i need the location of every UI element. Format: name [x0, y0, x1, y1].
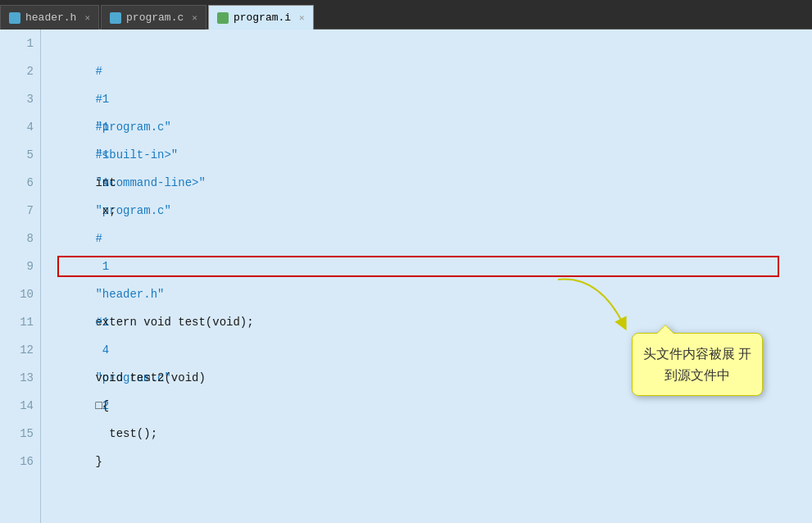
code-area: # 1 "program.c" # 1 "<built-in>" # 1 "<c… [41, 30, 812, 523]
tab-program-c[interactable]: program.c ✕ [101, 5, 206, 30]
tab-icon-i [217, 12, 229, 24]
line-num-5: 5 [0, 141, 34, 169]
line-num-13: 13 [0, 364, 34, 392]
tab-label-program-c: program.c [126, 11, 184, 24]
tab-bar: header.h ✕ program.c ✕ program.i ✕ [0, 0, 812, 30]
tab-label-program-i: program.i [234, 11, 291, 24]
code-line-4: # 1 "program.c" [54, 113, 812, 141]
line-num-16: 16 [0, 448, 34, 475]
code-line-15: } [54, 420, 812, 448]
line-num-8: 8 [0, 225, 34, 252]
tab-program-i[interactable]: program.i ✕ [208, 5, 314, 30]
callout-text: 头文件内容被展 开到源文件中 [643, 347, 751, 382]
tab-label-header-h: header.h [25, 11, 76, 24]
line-num-12: 12 [0, 336, 34, 364]
code-line-9: extern void test(void); [54, 252, 812, 280]
code-line-10: # 4 "program.c" 2 [54, 280, 812, 308]
code-line-11 [54, 308, 812, 336]
line-num-10: 10 [0, 280, 34, 308]
line-num-1: 1 [0, 30, 34, 57]
line-num-3: 3 [0, 85, 34, 113]
tab-close-program-c[interactable]: ✕ [192, 12, 197, 23]
code-line-8 [54, 225, 812, 252]
line-num-11: 11 [0, 308, 34, 336]
tab-close-header-h[interactable]: ✕ [84, 12, 90, 23]
code-line-6 [54, 169, 812, 197]
tab-header-h[interactable]: header.h ✕ [0, 5, 99, 30]
line-num-7: 7 [0, 197, 34, 225]
code-line-14: test(); [54, 392, 812, 420]
highlight-box [57, 256, 779, 277]
editor-area: 1 2 3 4 5 6 7 8 9 10 11 12 13 14 15 16 #… [0, 30, 812, 523]
line-numbers: 1 2 3 4 5 6 7 8 9 10 11 12 13 14 15 16 [0, 30, 41, 523]
line-num-6: 6 [0, 169, 34, 197]
code-line-5: int x; [54, 141, 812, 169]
tab-icon-h [9, 12, 20, 24]
code-line-16 [54, 448, 812, 475]
code-line-1: # 1 "program.c" [54, 30, 812, 57]
tab-close-program-i[interactable]: ✕ [299, 12, 305, 23]
code-line-2: # 1 "<built-in>" [54, 57, 812, 85]
line-num-4: 4 [0, 113, 34, 141]
line-num-15: 15 [0, 420, 34, 448]
code-line-7: # 1 "header.h" 1 [54, 197, 812, 225]
line-num-2: 2 [0, 57, 34, 85]
line-num-9: 9 [0, 252, 34, 280]
line-num-14: 14 [0, 392, 34, 420]
tab-icon-c [110, 12, 121, 24]
code-line-3: # 1 "<command-line>" [54, 85, 812, 113]
callout-arrow-svg [546, 271, 636, 337]
callout-balloon: 头文件内容被展 开到源文件中 [632, 333, 763, 396]
